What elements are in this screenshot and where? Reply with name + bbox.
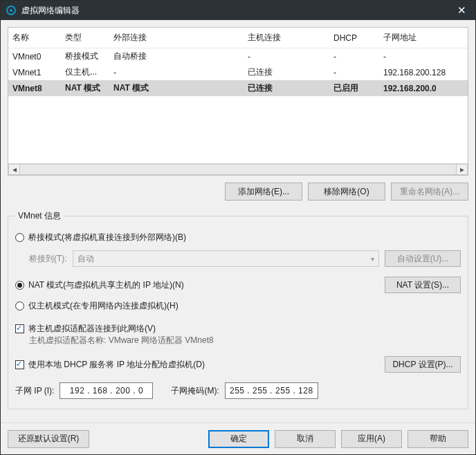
use-dhcp-label: 使用本地 DHCP 服务将 IP 地址分配给虚拟机(D) xyxy=(28,359,205,371)
use-dhcp-checkbox[interactable] xyxy=(15,360,24,369)
adapter-name-text: 主机虚拟适配器名称: VMware 网络适配器 VMnet8 xyxy=(15,335,461,346)
table-row[interactable]: VMnet1仅主机...-已连接-192.168.200.128 xyxy=(8,64,468,80)
bridge-to-select: 自动 ▾ xyxy=(73,250,379,267)
rename-network-button: 重命名网络(A)... xyxy=(391,183,468,201)
cell-external: NAT 模式 xyxy=(109,80,244,96)
subnet-ip-input[interactable]: 192 . 168 . 200 . 0 xyxy=(60,382,153,399)
connect-adapter-checkbox[interactable] xyxy=(15,324,24,333)
restore-defaults-button[interactable]: 还原默认设置(R) xyxy=(8,430,89,448)
table-row[interactable]: VMnet0桥接模式自动桥接--- xyxy=(8,48,468,65)
cell-host: - xyxy=(244,48,329,65)
col-host[interactable]: 主机连接 xyxy=(244,28,329,48)
remove-network-button[interactable]: 移除网络(O) xyxy=(308,183,385,201)
dhcp-settings-button[interactable]: DHCP 设置(P)... xyxy=(385,356,461,373)
bridged-radio[interactable] xyxy=(15,233,24,242)
vmnet-info-group: VMnet 信息 桥接模式(将虚拟机直接连接到外部网络)(B) 桥接到(T): … xyxy=(8,210,468,409)
add-network-button[interactable]: 添加网络(E)... xyxy=(225,183,302,201)
cell-external: 自动桥接 xyxy=(109,48,244,65)
subnet-mask-input[interactable]: 255 . 255 . 255 . 128 xyxy=(225,382,318,399)
cell-dhcp: - xyxy=(329,48,379,65)
cancel-button[interactable]: 取消 xyxy=(275,430,336,448)
bridged-label: 桥接模式(将虚拟机直接连接到外部网络)(B) xyxy=(28,232,186,243)
cell-dhcp: 已启用 xyxy=(329,80,379,96)
nat-label: NAT 模式(与虚拟机共享主机的 IP 地址)(N) xyxy=(28,279,184,291)
subnet-mask-label: 子网掩码(M): xyxy=(171,385,219,397)
close-icon[interactable]: ✕ xyxy=(448,1,475,20)
col-name[interactable]: 名称 xyxy=(8,28,61,48)
nat-radio[interactable] xyxy=(15,281,24,290)
col-type[interactable]: 类型 xyxy=(61,28,109,48)
networks-table: 名称 类型 外部连接 主机连接 DHCP 子网地址 VMnet0桥接模式自动桥接… xyxy=(8,27,468,176)
connect-adapter-label: 将主机虚拟适配器连接到此网络(V) xyxy=(28,323,156,335)
cell-type: NAT 模式 xyxy=(61,80,109,96)
scroll-left-icon[interactable]: ◂ xyxy=(8,164,20,175)
bridge-to-value: 自动 xyxy=(77,253,94,265)
cell-subnet: 192.168.200.0 xyxy=(379,80,468,96)
cell-name: VMnet8 xyxy=(8,80,61,96)
vmnet-info-legend: VMnet 信息 xyxy=(15,210,64,222)
hostonly-label: 仅主机模式(在专用网络内连接虚拟机)(H) xyxy=(28,300,178,312)
bridge-to-label: 桥接到(T): xyxy=(29,253,67,265)
cell-subnet: 192.168.200.128 xyxy=(379,64,468,80)
cell-subnet: - xyxy=(379,48,468,65)
col-subnet[interactable]: 子网地址 xyxy=(379,28,468,48)
col-dhcp[interactable]: DHCP xyxy=(329,28,379,48)
app-icon xyxy=(6,6,16,15)
col-external[interactable]: 外部连接 xyxy=(109,28,244,48)
nat-settings-button[interactable]: NAT 设置(S)... xyxy=(385,277,461,293)
cell-name: VMnet0 xyxy=(8,48,61,65)
cell-type: 桥接模式 xyxy=(61,48,109,65)
cell-name: VMnet1 xyxy=(8,64,61,80)
cell-host: 已连接 xyxy=(244,64,329,80)
cell-type: 仅主机... xyxy=(61,64,109,80)
cell-dhcp: - xyxy=(329,64,379,80)
window-title: 虚拟网络编辑器 xyxy=(21,5,448,17)
cell-external: - xyxy=(109,64,244,80)
subnet-ip-label: 子网 IP (I): xyxy=(15,385,54,397)
scroll-track[interactable] xyxy=(20,164,456,175)
table-row[interactable]: VMnet8NAT 模式NAT 模式已连接已启用192.168.200.0 xyxy=(8,80,468,96)
titlebar: 虚拟网络编辑器 ✕ xyxy=(1,1,475,20)
auto-settings-button: 自动设置(U)... xyxy=(385,250,461,267)
apply-button[interactable]: 应用(A) xyxy=(341,430,402,448)
hostonly-radio[interactable] xyxy=(15,301,24,310)
scroll-right-icon[interactable]: ▸ xyxy=(456,164,468,175)
ok-button[interactable]: 确定 xyxy=(208,430,269,448)
help-button[interactable]: 帮助 xyxy=(408,430,468,448)
horizontal-scrollbar[interactable]: ◂ ▸ xyxy=(8,163,468,175)
chevron-down-icon: ▾ xyxy=(371,255,374,263)
virtual-network-editor-window: 虚拟网络编辑器 ✕ 名称 类型 外部连接 主机连接 DHCP 子网地址 xyxy=(0,0,476,455)
dialog-footer: 还原默认设置(R) 确定 取消 应用(A) 帮助 xyxy=(1,423,475,454)
cell-host: 已连接 xyxy=(244,80,329,96)
